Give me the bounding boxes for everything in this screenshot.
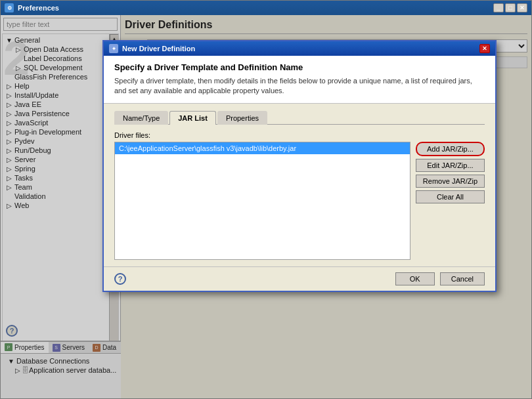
cancel-button[interactable]: Cancel — [440, 272, 485, 285]
dialog-help-button[interactable]: ? — [114, 273, 126, 285]
ok-button[interactable]: OK — [395, 272, 435, 285]
jar-buttons: Add JAR/Zip... Edit JAR/Zip... Remove JA… — [416, 142, 485, 203]
dialog-title-bar: ✦ New Driver Definition ✕ — [104, 41, 495, 56]
dialog-close-button[interactable]: ✕ — [479, 44, 490, 53]
maximize-button[interactable]: □ — [505, 3, 516, 12]
title-bar: ⚙ Preferences _ □ ✕ — [1, 1, 531, 15]
driver-files-list[interactable]: C:\jeeApplicationServer\glassfish v3\jav… — [114, 142, 410, 260]
new-driver-dialog: ✦ New Driver Definition ✕ Specify a Driv… — [102, 40, 497, 292]
driver-file-item[interactable]: C:\jeeApplicationServer\glassfish v3\jav… — [115, 142, 410, 154]
minimize-button[interactable]: _ — [493, 3, 504, 12]
dialog-body: Name/Type JAR List Properties Driver fil… — [104, 104, 495, 266]
add-jar-button[interactable]: Add JAR/Zip... — [416, 142, 485, 156]
tab-jar-list[interactable]: JAR List — [169, 111, 216, 125]
tab-name-type[interactable]: Name/Type — [114, 111, 168, 125]
dialog-title: New Driver Definition — [122, 45, 479, 52]
window-controls: _ □ ✕ — [493, 3, 527, 12]
dialog-icon: ✦ — [109, 44, 118, 53]
remove-jar-button[interactable]: Remove JAR/Zip — [416, 175, 485, 188]
main-window: ⚙ Preferences _ □ ✕ 2 ▼General▷Open Data… — [0, 0, 532, 399]
driver-files-label: Driver files: — [114, 131, 485, 139]
close-button[interactable]: ✕ — [517, 3, 527, 12]
dialog-footer: ? OK Cancel — [104, 266, 495, 291]
driver-files-area: C:\jeeApplicationServer\glassfish v3\jav… — [114, 142, 485, 260]
tab-properties[interactable]: Properties — [217, 111, 267, 125]
clear-all-button[interactable]: Clear All — [416, 190, 485, 203]
edit-jar-button[interactable]: Edit JAR/Zip... — [416, 159, 485, 172]
dialog-header: Specify a Driver Template and Definition… — [104, 56, 495, 104]
window-title: Preferences — [18, 4, 493, 12]
dialog-header-desc: Specify a driver template, then modify d… — [114, 76, 485, 96]
app-icon: ⚙ — [5, 3, 14, 12]
dialog-tabs: Name/Type JAR List Properties — [114, 110, 485, 125]
dialog-header-title: Specify a Driver Template and Definition… — [114, 62, 485, 72]
